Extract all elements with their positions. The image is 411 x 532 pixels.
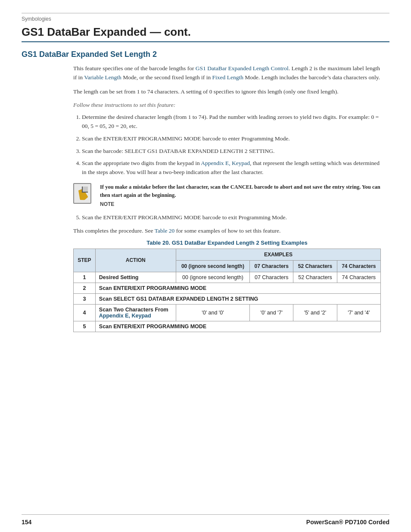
- th-examples: EXAMPLES: [176, 249, 380, 260]
- link-appendix-table[interactable]: Appendix E, Keypad: [99, 313, 151, 319]
- note-icon-pen: [77, 188, 89, 202]
- val-1-1: 00 (ignore second length): [176, 272, 249, 283]
- link-fixed[interactable]: Fixed Length: [212, 74, 243, 81]
- note-bold-text: If you make a mistake before the last ch…: [100, 183, 381, 199]
- body-para1d: Mode. Length includes the barcode’s data…: [243, 74, 380, 81]
- footer-rule: [22, 514, 389, 515]
- step-cell-1: 1: [74, 272, 96, 283]
- page-title: GS1 DataBar Expanded — cont.: [22, 25, 389, 42]
- action-enter-exit-5: Scan ENTER/EXIT PROGRAMMING MODE: [95, 321, 380, 332]
- steps-list-cont: Scan the ENTER/EXIT PROGRAMMING MODE bar…: [82, 213, 381, 222]
- link-appendix[interactable]: Appendix E, Keypad: [201, 160, 250, 166]
- step-cell-5: 5: [74, 321, 96, 332]
- examples-table: STEP ACTION EXAMPLES 00 (ignore second l…: [73, 249, 381, 332]
- action-enter-exit-2: Scan ENTER/EXIT PROGRAMMING MODE: [95, 283, 380, 293]
- note-icon: [73, 183, 94, 205]
- table-row-1: 1 Desired Setting 00 (ignore second leng…: [74, 272, 381, 283]
- note-text-block: If you make a mistake before the last ch…: [100, 183, 381, 207]
- action-desired-setting: Desired Setting: [95, 272, 176, 283]
- body-para1-text: This feature specifies one of the barcod…: [73, 65, 196, 72]
- step-3: Scan the barcode: SELECT GS1 DATABAR EXP…: [82, 147, 381, 156]
- step-cell-3: 3: [74, 293, 96, 304]
- note-icon-inner: [73, 183, 91, 204]
- footer-content: 154 PowerScan® PD7100 Corded: [22, 519, 389, 526]
- footer-product-name: PowerScan® PD7100 Corded: [306, 519, 389, 526]
- breadcrumb: Symbologies: [22, 16, 389, 22]
- val-1-3: 52 Characters: [293, 272, 337, 283]
- table-title: Table 20. GS1 DataBar Expanded Length 2 …: [73, 240, 381, 246]
- val-4-3: '5' and '2': [293, 304, 337, 321]
- table-row-5: 5 Scan ENTER/EXIT PROGRAMMING MODE: [74, 321, 381, 332]
- table-row-4: 4 Scan Two Characters From Appendix E, K…: [74, 304, 381, 321]
- val-1-2: 07 Characters: [250, 272, 293, 283]
- see-table-text: This completes the procedure. See Table …: [73, 227, 381, 234]
- body-para2: The length can be set from 1 to 74 chara…: [73, 87, 381, 96]
- th-ex4: 74 Characters: [337, 260, 380, 272]
- note-box: If you make a mistake before the last ch…: [73, 183, 381, 207]
- link-table20[interactable]: Table 20: [155, 227, 175, 234]
- th-action: ACTION: [95, 249, 176, 272]
- body-para1c: Mode, or the second fixed length if in: [121, 74, 212, 81]
- table-row-2: 2 Scan ENTER/EXIT PROGRAMMING MODE: [74, 283, 381, 293]
- footer-page-number: 154: [22, 519, 31, 526]
- section-title: GS1 DataBar Expanded Set Length 2: [22, 50, 389, 59]
- val-4-2: '0' and '7': [250, 304, 293, 321]
- th-step: STEP: [74, 249, 96, 272]
- steps-list: Determine the desired character length (…: [82, 113, 381, 177]
- step-5: Scan the ENTER/EXIT PROGRAMMING MODE bar…: [82, 213, 381, 222]
- follow-text: Follow these instructions to set this fe…: [73, 102, 381, 109]
- table-header-row: STEP ACTION EXAMPLES: [74, 249, 381, 260]
- val-4-4: '7' and '4': [337, 304, 380, 321]
- action-select-gs1: Scan SELECT GS1 DATABAR EXPANDED LENGTH …: [95, 293, 380, 304]
- content-block: This feature specifies one of the barcod…: [73, 64, 381, 332]
- th-ex3: 52 Characters: [293, 260, 337, 272]
- action-scan-two-chars: Scan Two Characters From Appendix E, Key…: [95, 304, 176, 321]
- link-variable[interactable]: Variable Length: [84, 74, 121, 81]
- note-label: NOTE: [100, 201, 381, 207]
- body-para1: This feature specifies one of the barcod…: [73, 64, 381, 82]
- page: Symbologies GS1 DataBar Expanded — cont.…: [0, 0, 411, 532]
- step-4: Scan the appropriate two digits from the…: [82, 159, 381, 177]
- top-rule: [22, 13, 389, 13]
- table-row-3: 3 Scan SELECT GS1 DATABAR EXPANDED LENGT…: [74, 293, 381, 304]
- th-ex2: 07 Characters: [250, 260, 293, 272]
- val-4-1: '0' and '0': [176, 304, 249, 321]
- link-length-control[interactable]: GS1 DataBar Expanded Length Control: [196, 65, 289, 72]
- th-ex1: 00 (ignore second length): [176, 260, 249, 272]
- val-1-4: 74 Characters: [337, 272, 380, 283]
- step-cell-2: 2: [74, 283, 96, 293]
- step-1: Determine the desired character length (…: [82, 113, 381, 131]
- step-2: Scan the ENTER/EXIT PROGRAMMING MODE bar…: [82, 134, 381, 143]
- step-cell-4: 4: [74, 304, 96, 321]
